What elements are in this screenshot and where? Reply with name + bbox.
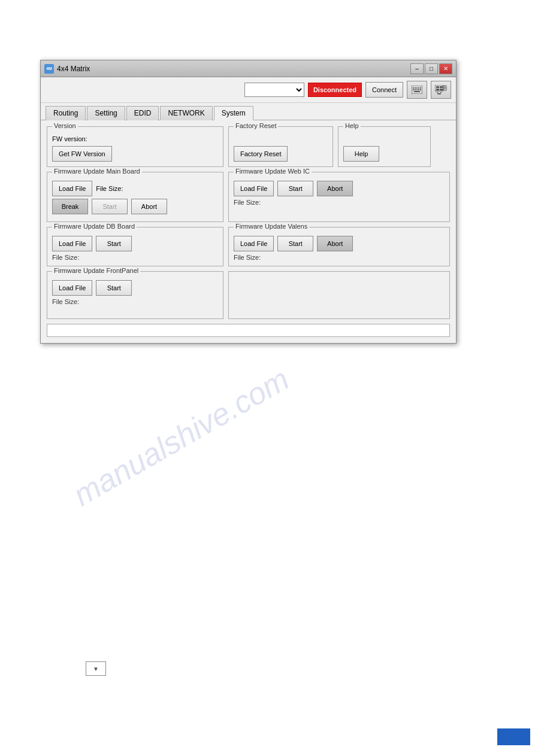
fw-front-group-label: Firmware Update FrontPanel <box>52 267 140 274</box>
tab-network[interactable]: NETWORK <box>160 106 212 120</box>
fw-main-row2: Break Start Abort <box>52 199 218 214</box>
row2: Firmware Update Main Board Load File Fil… <box>47 172 450 222</box>
fw-front-file-size: File Size: <box>52 298 218 305</box>
title-bar-controls: – □ ✕ <box>410 63 452 74</box>
main-window: 4M 4x4 Matrix – □ ✕ Discon <box>40 60 457 344</box>
fw-main-start-button[interactable]: Start <box>92 199 128 214</box>
fw-main-row1: Load File File Size: <box>52 181 218 196</box>
svg-rect-11 <box>414 91 420 92</box>
display-icon <box>435 85 447 95</box>
fw-main-file-size-label: File Size: <box>96 185 123 192</box>
svg-rect-9 <box>418 89 419 90</box>
fw-db-start-button[interactable]: Start <box>96 236 132 251</box>
version-group: Version FW version: Get FW Version <box>47 126 223 167</box>
watermark: manualshive.com <box>67 361 295 513</box>
fw-main-load-button[interactable]: Load File <box>52 181 92 196</box>
fw-front-row1: Load File Start <box>52 280 218 296</box>
fw-web-file-size: File Size: <box>234 199 445 206</box>
factory-reset-button[interactable]: Factory Reset <box>234 146 288 162</box>
fw-valens-row1: Load File Start Abort <box>234 236 445 251</box>
fw-empty-area <box>228 271 450 319</box>
dropdown-arrow-icon: ▼ <box>93 666 99 672</box>
minimize-button[interactable]: – <box>410 63 424 74</box>
fw-valens-group-label: Firmware Update Valens <box>234 223 309 230</box>
fw-db-row1: Load File Start <box>52 236 218 251</box>
svg-rect-7 <box>415 89 416 90</box>
fw-valens-abort-button[interactable]: Abort <box>317 236 353 251</box>
system-tab-content: Version FW version: Get FW Version Facto… <box>41 120 456 343</box>
small-dropdown-area: ▼ <box>86 661 106 676</box>
fw-web-group: Firmware Update Web IC Load File Start A… <box>228 172 450 222</box>
help-button[interactable]: Help <box>343 146 379 162</box>
keyboard-icon-button[interactable] <box>407 81 427 99</box>
fw-valens-start-button[interactable]: Start <box>277 236 313 251</box>
fw-front-start-button[interactable]: Start <box>96 280 132 296</box>
svg-rect-3 <box>416 87 418 89</box>
tab-system[interactable]: System <box>214 106 253 120</box>
connection-status: Disconnected <box>308 83 362 97</box>
svg-rect-13 <box>436 86 439 88</box>
svg-rect-4 <box>418 87 419 89</box>
tab-setting[interactable]: Setting <box>87 106 125 120</box>
row1: Version FW version: Get FW Version Facto… <box>47 126 450 167</box>
window-title: 4x4 Matrix <box>57 65 90 73</box>
fw-front-load-button[interactable]: Load File <box>52 280 92 296</box>
svg-rect-19 <box>445 88 446 89</box>
fw-web-start-button[interactable]: Start <box>277 181 313 196</box>
title-bar: 4M 4x4 Matrix – □ ✕ <box>41 60 456 77</box>
svg-rect-16 <box>440 89 443 90</box>
display-icon-button[interactable] <box>431 81 451 99</box>
factory-reset-group-label: Factory Reset <box>234 122 278 129</box>
fw-main-break-button[interactable]: Break <box>52 199 88 214</box>
connection-dropdown[interactable] <box>244 83 304 97</box>
fw-web-group-label: Firmware Update Web IC <box>234 168 312 175</box>
tabs-bar: Routing Setting EDID NETWORK System <box>41 103 456 120</box>
svg-rect-6 <box>413 89 414 90</box>
blue-rectangle <box>497 728 530 745</box>
fw-front-group: Firmware Update FrontPanel Load File Sta… <box>47 271 223 319</box>
small-dropdown[interactable]: ▼ <box>86 661 106 676</box>
fw-valens-load-button[interactable]: Load File <box>234 236 274 251</box>
svg-rect-2 <box>415 87 416 89</box>
row4: Firmware Update FrontPanel Load File Sta… <box>47 271 450 319</box>
fw-web-load-button[interactable]: Load File <box>234 181 274 196</box>
connect-button[interactable]: Connect <box>365 82 403 98</box>
svg-rect-8 <box>416 89 418 90</box>
restore-button[interactable]: □ <box>425 63 438 74</box>
page-wrapper: 4M 4x4 Matrix – □ ✕ Discon <box>0 0 535 756</box>
close-button[interactable]: ✕ <box>439 63 452 74</box>
fw-version-label: FW version: <box>52 135 218 142</box>
fw-main-group-label: Firmware Update Main Board <box>52 168 142 175</box>
title-bar-left: 4M 4x4 Matrix <box>44 64 90 74</box>
fw-db-group: Firmware Update DB Board Load File Start… <box>47 227 223 266</box>
factory-reset-group: Factory Reset Factory Reset <box>228 126 333 167</box>
row3: Firmware Update DB Board Load File Start… <box>47 227 450 266</box>
get-fw-version-button[interactable]: Get FW Version <box>52 146 112 162</box>
help-group: Help Help <box>338 126 431 167</box>
svg-rect-10 <box>420 89 421 90</box>
fw-valens-file-size: File Size: <box>234 254 445 261</box>
toolbar: Disconnected Connect <box>41 77 456 103</box>
fw-main-group: Firmware Update Main Board Load File Fil… <box>47 172 223 222</box>
fw-valens-group: Firmware Update Valens Load File Start A… <box>228 227 450 266</box>
help-group-label: Help <box>343 122 361 129</box>
keyboard-icon <box>412 86 422 94</box>
version-group-label: Version <box>52 122 78 129</box>
svg-rect-14 <box>436 89 439 90</box>
fw-web-row1: Load File Start Abort <box>234 181 445 196</box>
svg-rect-5 <box>420 87 421 89</box>
svg-rect-18 <box>445 87 446 87</box>
tab-edid[interactable]: EDID <box>126 106 159 120</box>
fw-db-group-label: Firmware Update DB Board <box>52 223 137 230</box>
app-icon-text: 4M <box>46 66 52 71</box>
fw-main-abort-button[interactable]: Abort <box>131 199 167 214</box>
status-bar <box>47 324 450 337</box>
fw-db-file-size: File Size: <box>52 254 218 261</box>
svg-rect-1 <box>413 87 414 89</box>
tab-routing[interactable]: Routing <box>46 106 86 120</box>
svg-rect-15 <box>440 86 443 88</box>
app-icon: 4M <box>44 64 54 74</box>
fw-db-load-button[interactable]: Load File <box>52 236 92 251</box>
fw-web-abort-button[interactable]: Abort <box>317 181 353 196</box>
